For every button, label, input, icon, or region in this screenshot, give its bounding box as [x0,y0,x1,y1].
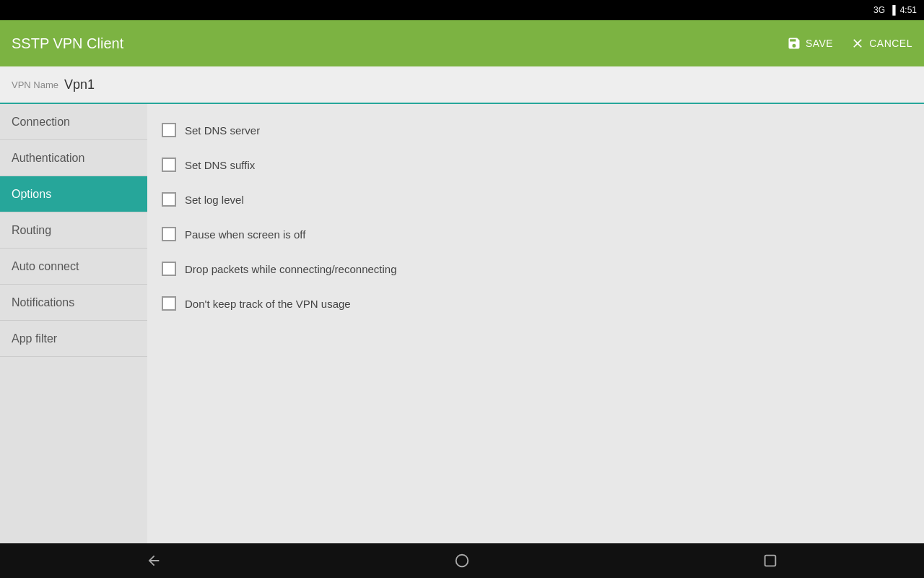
list-item: Set DNS server [162,113,910,147]
pause-screen-off-checkbox[interactable] [162,227,176,241]
sidebar-item-app-filter[interactable]: App filter [0,321,147,357]
sidebar-item-connection[interactable]: Connection [0,104,147,140]
dont-track-usage-label: Don't keep track of the VPN usage [185,298,351,310]
app-bar: SSTP VPN Client SAVE CANCEL [0,20,924,66]
cancel-icon [850,36,865,51]
list-item: Don't keep track of the VPN usage [162,286,910,321]
set-dns-server-checkbox[interactable] [162,123,176,137]
save-button[interactable]: SAVE [787,36,833,51]
set-log-level-checkbox[interactable] [162,192,176,207]
vpn-name-bar: VPN Name Vpn1 [0,66,924,104]
cancel-button[interactable]: CANCEL [850,36,912,51]
sidebar-item-options[interactable]: Options [0,176,147,212]
set-dns-suffix-label: Set DNS suffix [185,159,255,171]
sidebar: Connection Authentication Options Routin… [0,104,147,543]
list-item: Drop packets while connecting/reconnecti… [162,251,910,286]
recents-icon [762,553,778,569]
status-bar: 3G ▐ 4:51 [0,0,924,20]
bottom-nav [0,543,924,578]
app-bar-actions: SAVE CANCEL [787,36,912,51]
sidebar-item-authentication[interactable]: Authentication [0,140,147,176]
list-item: Set DNS suffix [162,147,910,182]
back-button[interactable] [132,546,175,575]
list-item: Set log level [162,182,910,217]
back-icon [146,553,162,569]
sidebar-item-routing[interactable]: Routing [0,212,147,249]
home-button[interactable] [440,546,484,575]
sidebar-item-notifications[interactable]: Notifications [0,285,147,321]
signal-indicator: 3G [873,5,885,15]
sidebar-item-auto-connect[interactable]: Auto connect [0,249,147,285]
drop-packets-label: Drop packets while connecting/reconnecti… [185,263,397,275]
recents-button[interactable] [749,546,792,575]
home-icon [454,553,470,569]
app-title: SSTP VPN Client [12,35,787,52]
main-content: Connection Authentication Options Routin… [0,104,924,543]
list-item: Pause when screen is off [162,217,910,251]
drop-packets-checkbox[interactable] [162,262,176,276]
options-panel: Set DNS server Set DNS suffix Set log le… [147,104,924,543]
battery-icon: ▐ [889,5,896,15]
save-icon [787,36,801,51]
time-display: 4:51 [900,5,917,15]
pause-screen-off-label: Pause when screen is off [185,228,305,241]
vpn-name-label: VPN Name [12,79,58,90]
set-dns-suffix-checkbox[interactable] [162,158,176,172]
set-log-level-label: Set log level [185,194,244,206]
set-dns-server-label: Set DNS server [185,124,260,137]
svg-rect-1 [764,556,775,566]
vpn-name-value: Vpn1 [64,77,95,92]
svg-point-0 [456,555,468,567]
dont-track-usage-checkbox[interactable] [162,296,176,311]
